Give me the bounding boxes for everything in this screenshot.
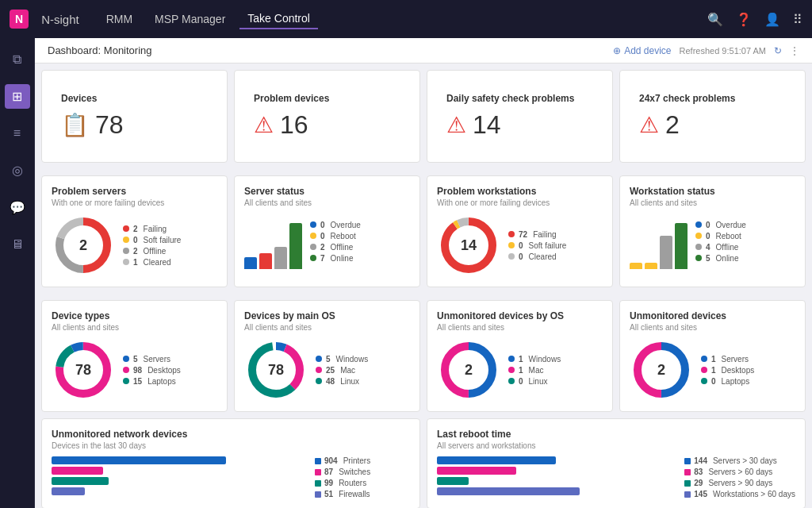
unmonitored-by-os-title: Unmonitored devices by OS xyxy=(437,310,603,321)
devices-by-os-center: 78 xyxy=(268,362,284,379)
bottom-widget-row: Unmonitored network devices Devices in t… xyxy=(35,418,812,508)
device-types-title: Device types xyxy=(52,310,217,321)
sidebar-monitor-icon[interactable]: 🖥 xyxy=(5,233,30,256)
nav-rmm[interactable]: RMM xyxy=(98,10,140,29)
reboot-bar-60 xyxy=(437,467,516,475)
daily-safety-label: Daily safety check problems xyxy=(446,93,574,104)
daily-safety-icon: ⚠ xyxy=(446,112,466,138)
network-bar-firewalls xyxy=(52,487,85,495)
add-device-label: Add device xyxy=(624,45,671,56)
server-status-legend: 0Overdue 0Reboot 2Offline 7Online xyxy=(310,221,361,263)
network-bar-printers xyxy=(52,456,226,464)
last-reboot-widget: Last reboot time All servers and worksta… xyxy=(427,418,806,508)
problem-workstations-donut: 14 xyxy=(437,214,500,277)
device-types-center: 78 xyxy=(75,362,91,379)
unmonitored-by-os-center: 2 xyxy=(465,362,473,379)
problem-devices-icon: ⚠ xyxy=(254,112,274,138)
last-reboot-title: Last reboot time xyxy=(437,429,795,440)
devices-by-os-title: Devices by main OS xyxy=(244,310,410,321)
problem-workstations-widget: Problem workstations With one or more fa… xyxy=(427,175,613,287)
unmonitored-devices-center: 2 xyxy=(657,362,665,379)
problem-workstations-subtitle: With one or more failing devices xyxy=(437,198,603,207)
problem-servers-donut: 2 xyxy=(52,214,115,277)
devices-by-os-legend: 5Windows 25Mac 48Linux xyxy=(316,355,368,386)
nav-icon-group: 🔍 ❓ 👤 ⠿ xyxy=(707,12,802,27)
ws-bar-overdue xyxy=(630,263,642,269)
reboot-bar-30 xyxy=(437,456,556,464)
main-content: Dashboard: Monitoring ⊕ Add device Refre… xyxy=(35,38,812,508)
server-status-widget: Server status All clients and sites 0Ove… xyxy=(234,175,420,287)
reboot-bar-90 xyxy=(437,477,469,485)
device-types-legend: 5Servers 98Desktops 15Laptops xyxy=(123,355,181,386)
server-status-bars xyxy=(244,214,302,269)
problem-workstations-center: 14 xyxy=(461,237,477,254)
devices-by-os-subtitle: All clients and sites xyxy=(244,323,410,332)
server-bar-offline xyxy=(274,247,287,269)
devices-label: Devices xyxy=(61,93,124,104)
unmonitored-devices-title: Unmonitored devices xyxy=(630,310,795,321)
refresh-icon[interactable]: ↻ xyxy=(774,45,782,56)
last-reboot-subtitle: All servers and workstations xyxy=(437,441,795,450)
account-icon[interactable]: 👤 xyxy=(764,12,780,27)
second-widget-row: Problem servers With one or more failing… xyxy=(35,169,812,294)
unmonitored-devices-donut: 2 xyxy=(630,338,693,402)
network-legend: 904Printers 87Switches 99Routers 51Firew… xyxy=(315,456,410,498)
unmonitored-network-widget: Unmonitored network devices Devices in t… xyxy=(41,418,420,508)
app-name: N-sight xyxy=(41,13,79,26)
sidebar-chat-icon[interactable]: 💬 xyxy=(5,195,30,220)
apps-icon[interactable]: ⠿ xyxy=(793,12,802,27)
sidebar-copy-icon[interactable]: ⧉ xyxy=(5,48,30,71)
device-types-donut: 78 xyxy=(52,338,115,402)
workstation-status-legend: 0Overdue 0Reboot 4Offline 5Online xyxy=(695,221,746,263)
problem-devices-widget: Problem devices ⚠ 16 xyxy=(234,70,420,163)
daily-safety-value: 14 xyxy=(473,110,501,140)
server-bar-online xyxy=(289,223,302,269)
devices-by-os-donut: 78 xyxy=(244,338,308,402)
reboot-legend: 144Servers > 30 days 83Servers > 60 days… xyxy=(684,456,795,498)
more-options-icon[interactable]: ⋮ xyxy=(790,45,799,56)
check247-icon: ⚠ xyxy=(639,112,659,138)
nav-take-control[interactable]: Take Control xyxy=(239,9,318,29)
reboot-bar-ws60 xyxy=(437,487,580,495)
sidebar-network-icon[interactable]: ◎ xyxy=(5,158,30,183)
reboot-bars xyxy=(437,456,678,495)
daily-safety-widget: Daily safety check problems ⚠ 14 xyxy=(427,70,613,163)
problem-servers-legend: 2Failing 0Soft failure 2Offline 1Cleared xyxy=(123,225,181,267)
unmonitored-by-os-subtitle: All clients and sites xyxy=(437,323,603,332)
search-icon[interactable]: 🔍 xyxy=(707,12,723,27)
add-device-button[interactable]: ⊕ Add device xyxy=(613,45,671,56)
sidebar-grid-icon[interactable]: ⊞ xyxy=(5,84,30,109)
server-status-title: Server status xyxy=(244,186,410,197)
network-bar-routers xyxy=(52,477,109,485)
devices-icon: 📋 xyxy=(61,112,89,138)
check247-value: 2 xyxy=(665,110,680,140)
network-bars xyxy=(52,456,308,495)
check247-widget: 24x7 check problems ⚠ 2 xyxy=(619,70,806,163)
help-icon[interactable]: ❓ xyxy=(736,12,752,27)
workstation-status-title: Workstation status xyxy=(630,186,795,197)
dashboard-header: Dashboard: Monitoring ⊕ Add device Refre… xyxy=(35,38,812,64)
unmonitored-network-subtitle: Devices in the last 30 days xyxy=(52,441,410,450)
problem-servers-title: Problem servers xyxy=(52,186,217,197)
server-bar-overdue xyxy=(244,257,257,269)
server-bar-reboot xyxy=(259,253,272,269)
unmonitored-by-os-widget: Unmonitored devices by OS All clients an… xyxy=(427,300,613,412)
problem-workstations-title: Problem workstations xyxy=(437,186,603,197)
sidebar-filter-icon[interactable]: ≡ xyxy=(5,121,30,145)
problem-devices-value: 16 xyxy=(280,110,308,140)
dashboard-title: Dashboard: Monitoring xyxy=(48,44,152,56)
devices-by-os-widget: Devices by main OS All clients and sites… xyxy=(234,300,420,412)
network-bar-switches xyxy=(52,467,103,475)
devices-widget: Devices 📋 78 xyxy=(41,70,228,163)
problem-servers-widget: Problem servers With one or more failing… xyxy=(41,175,228,287)
problem-devices-label: Problem devices xyxy=(254,93,329,104)
sidebar: ⧉ ⊞ ≡ ◎ 💬 🖥 xyxy=(0,38,35,508)
workstation-status-bars xyxy=(630,214,688,269)
third-widget-row: Device types All clients and sites 78 5S… xyxy=(35,294,812,418)
plus-icon: ⊕ xyxy=(613,45,621,56)
nav-msp[interactable]: MSP Manager xyxy=(147,10,233,29)
unmonitored-devices-legend: 1Servers 1Desktops 0Laptops xyxy=(701,355,754,386)
top-navigation: N N-sight RMM MSP Manager Take Control 🔍… xyxy=(0,0,812,38)
problem-servers-subtitle: With one or more failing devices xyxy=(52,198,217,207)
server-status-subtitle: All clients and sites xyxy=(244,198,410,207)
